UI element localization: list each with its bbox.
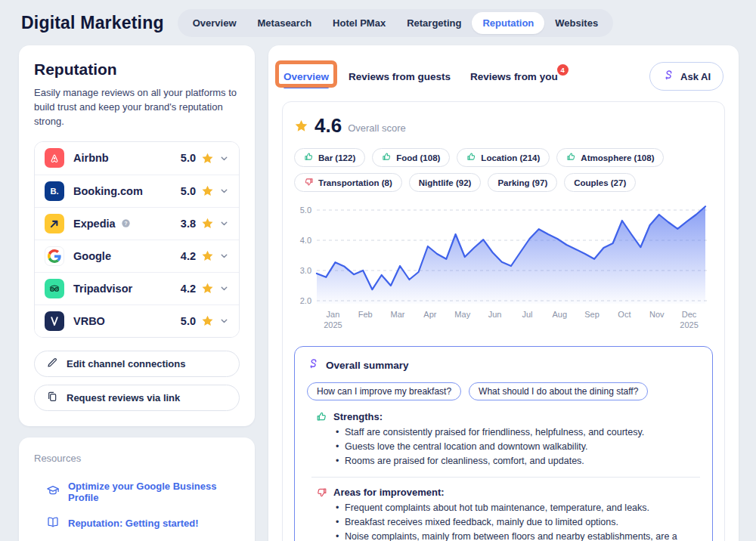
tag-label: Nightlife (92) [419, 178, 472, 187]
chevron-down-icon[interactable] [219, 186, 229, 196]
tag-label: Transportation (8) [318, 178, 392, 187]
nav-tab-retargeting[interactable]: Retargeting [396, 12, 472, 34]
tag-label: Parking (97) [497, 178, 547, 187]
tab-reviews-from-you[interactable]: Reviews from you [470, 71, 558, 88]
nav-tab-hotel-pmax[interactable]: Hotel PMax [322, 12, 396, 34]
open-book-icon [46, 515, 60, 531]
question-chip[interactable]: What should I do about the dining staff? [469, 382, 648, 400]
channel-name: Airbnb [73, 152, 109, 164]
x-tick-label: Aug [552, 310, 567, 319]
chevron-down-icon[interactable] [219, 316, 229, 326]
chevron-down-icon[interactable] [219, 153, 229, 163]
chevron-down-icon[interactable] [219, 218, 229, 228]
tag-bar[interactable]: Bar (122) [294, 148, 365, 167]
star-icon [201, 217, 214, 230]
x-tick-label: Nov [649, 310, 665, 319]
tripadvisor-icon [45, 279, 64, 298]
ai-icon [662, 69, 675, 84]
star-icon [201, 314, 214, 327]
resource-link-reputation-getting-start[interactable]: Reputation: Getting started! [34, 509, 240, 537]
channel-row-airbnb[interactable]: Airbnb5.0 [35, 142, 239, 175]
score-label: Overall score [348, 122, 406, 134]
improvement-item: Noise complaints, mainly from between fl… [336, 530, 691, 541]
overview-content: 4.6 Overall score Bar (122)Food (108)Loc… [282, 101, 725, 541]
resource-link-label: Reputation: Getting started! [68, 518, 199, 529]
improvement-item: Frequent complaints about hot tub mainte… [336, 501, 691, 515]
tab-wrap-reviews-from-guests: Reviews from guests [349, 70, 451, 83]
request-reviews-via-link-button[interactable]: Request reviews via link [34, 385, 240, 411]
tag-atmosphere[interactable]: Atmosphere (108) [556, 148, 664, 167]
svg-text:B.: B. [50, 187, 58, 196]
channel-row-booking-com[interactable]: B.Booking.com5.0 [35, 175, 239, 207]
nav-tab-overview[interactable]: Overview [182, 12, 247, 34]
resources-title: Resources [34, 453, 240, 464]
tag-label: Couples (27) [574, 178, 626, 187]
tag-transportation[interactable]: Transportation (8) [294, 173, 402, 192]
channel-rating: 5.0 [181, 152, 196, 164]
unread-badge: 4 [557, 64, 569, 76]
app-header: Digital Marketing OverviewMetasearchHote… [0, 0, 756, 38]
strength-item: Guests love the central location and dow… [336, 440, 691, 454]
strength-item: Staff are consistently praised for frien… [336, 425, 691, 440]
star-icon [294, 119, 308, 133]
strengths-header: Strengths: [316, 411, 700, 422]
star-icon [201, 249, 214, 262]
channel-name: Expedia [73, 218, 116, 230]
nav-tab-websites[interactable]: Websites [544, 12, 609, 34]
panel-description: Easily manage reviews on all your platfo… [34, 86, 240, 129]
tag-couples[interactable]: Couples (27) [564, 173, 636, 192]
button-label: Edit channel connections [67, 358, 185, 369]
tab-reviews-from-guests[interactable]: Reviews from guests [349, 71, 451, 88]
x-tick-label: Jul [522, 310, 532, 319]
ai-icon [307, 357, 320, 373]
improvements-title: Areas for improvement: [333, 487, 445, 498]
chevron-down-icon[interactable] [219, 283, 229, 293]
channel-rating: 3.8 [181, 218, 196, 230]
channel-row-vrbo[interactable]: VRBO5.0 [35, 305, 239, 337]
y-tick-label: 2.0 [300, 296, 311, 305]
resource-link-label: Optimize your Google Business Profile [68, 481, 240, 503]
ask-ai-button[interactable]: Ask AI [649, 62, 723, 91]
channel-row-tripadvisor[interactable]: Tripadvisor4.2 [35, 272, 239, 305]
main-panel: OverviewReviews from guestsReviews from … [268, 45, 739, 541]
help-icon[interactable]: ? [121, 218, 131, 228]
pencil-icon [46, 357, 58, 371]
channel-name: Booking.com [73, 185, 143, 197]
tag-label: Location (214) [481, 153, 540, 162]
question-chip[interactable]: How can I improve my breakfast? [307, 382, 461, 400]
x-tick-label: May [454, 310, 470, 319]
strengths-title: Strengths: [333, 411, 383, 422]
tag-food[interactable]: Food (108) [372, 148, 450, 167]
nav-tab-reputation[interactable]: Reputation [472, 12, 544, 34]
edit-channel-connections-button[interactable]: Edit channel connections [34, 351, 240, 377]
y-tick-label: 5.0 [300, 206, 311, 215]
tag-nightlife[interactable]: Nightlife (92) [409, 173, 482, 192]
tag-location[interactable]: Location (214) [457, 148, 550, 167]
chevron-down-icon[interactable] [219, 251, 229, 261]
content-area: Reputation Easily manage reviews on all … [0, 38, 756, 541]
resource-link-optimize-your-google-bus[interactable]: Optimize your Google Business Profile [34, 475, 240, 509]
nav-tab-metasearch[interactable]: Metasearch [247, 12, 323, 34]
suggested-questions: How can I improve my breakfast?What shou… [307, 382, 700, 400]
channel-rating-group: 5.0 [181, 314, 229, 327]
chart-svg: 2.03.04.05.0Jan2025FebMarAprMayJunJulAug… [294, 204, 711, 332]
thumb-up-icon [304, 152, 314, 163]
tab-row: OverviewReviews from guestsReviews from … [268, 45, 739, 101]
tag-label: Food (108) [396, 153, 440, 162]
x-tick-label: Jun [488, 310, 502, 319]
expedia-icon [45, 214, 64, 233]
digital-marketing-page: Digital Marketing OverviewMetasearchHote… [0, 0, 756, 541]
improvements-header: Areas for improvement: [316, 487, 700, 498]
x-tick-label: Apr [423, 310, 436, 319]
resource-links: Optimize your Google Business ProfileRep… [34, 475, 240, 537]
tag-parking[interactable]: Parking (97) [488, 173, 557, 192]
thumb-up-icon [566, 152, 576, 163]
channel-row-google[interactable]: Google4.2 [35, 240, 239, 272]
summary-header: Overall summary [307, 357, 700, 373]
score-value: 4.6 [314, 114, 342, 138]
strengths-list: Staff are consistently praised for frien… [336, 425, 700, 468]
tab-overview[interactable]: Overview [284, 71, 329, 88]
channel-row-expedia[interactable]: Expedia?3.8 [35, 207, 239, 240]
star-icon [201, 184, 214, 197]
x-tick-label: Oct [618, 310, 631, 319]
